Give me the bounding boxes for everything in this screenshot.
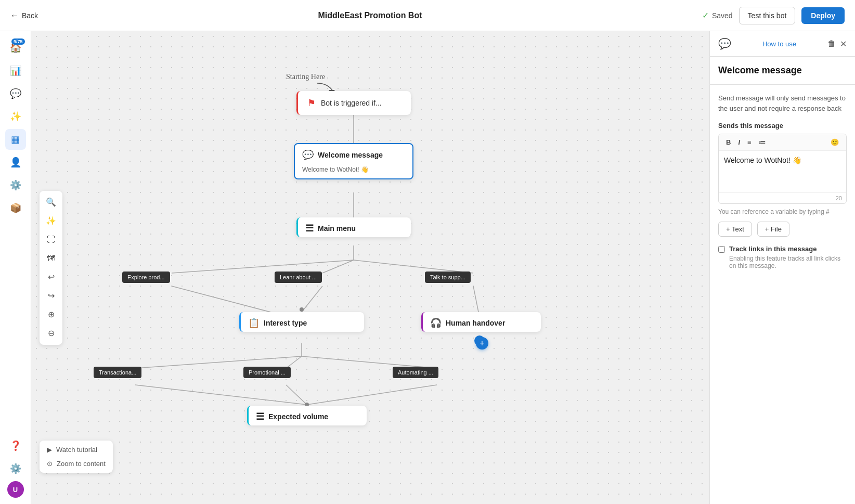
sidebar-bottom: ❓ ⚙️ U xyxy=(5,435,26,498)
panel-actions: 🗑 ✕ xyxy=(827,39,847,49)
sidebar-item-settings[interactable]: ⚙️ xyxy=(5,458,26,479)
trigger-node[interactable]: ⚑ Bot is triggered if... xyxy=(296,91,411,115)
how-to-use-link[interactable]: How to use xyxy=(762,40,796,48)
trigger-icon: ⚑ xyxy=(307,97,316,109)
ordered-list-button[interactable]: ≔ xyxy=(757,137,768,147)
canvas-area[interactable]: Starting Here ⚑ Bot is triggered if... 💬… xyxy=(31,31,709,504)
panel-close-button[interactable]: ✕ xyxy=(840,39,847,49)
editor-content[interactable]: Welcome to WotNot! 👋 xyxy=(719,151,846,192)
zoom-icon: ⊙ xyxy=(47,460,53,468)
zoom-out-button[interactable]: ⊖ xyxy=(43,325,59,342)
integrations-icon: ⚙️ xyxy=(10,179,21,191)
interest-type-header: 📋 Interest type xyxy=(241,312,364,332)
analytics-icon: 📊 xyxy=(10,65,21,76)
expected-volume-header: ☰ Expected volume xyxy=(249,406,367,425)
packages-icon: 📦 xyxy=(10,202,21,214)
track-links-section: Track links in this message Enabling thi… xyxy=(718,245,847,269)
track-links-checkbox[interactable] xyxy=(718,246,725,253)
watch-tutorial-label: Watch tutorial xyxy=(56,446,97,454)
promotional-branch-label[interactable]: Promotional ... xyxy=(243,367,291,378)
contacts-icon: 👤 xyxy=(10,157,21,168)
test-bot-button[interactable]: Test this bot xyxy=(739,7,796,24)
header-right: ✓ Saved Test this bot Deploy xyxy=(702,7,845,24)
back-button[interactable]: ← Back xyxy=(10,11,38,20)
learn-branch-label[interactable]: Leanr about ... xyxy=(275,272,322,283)
right-panel-title: Welcome message xyxy=(710,57,855,85)
svg-point-9 xyxy=(300,307,304,312)
welcome-node-body: Welcome to WotNot! 👋 xyxy=(295,164,412,178)
avatar-initial: U xyxy=(13,486,18,494)
saved-label: Saved xyxy=(712,11,733,20)
automating-branch-label[interactable]: Automating ... xyxy=(393,367,438,378)
emoji-button[interactable]: 🙂 xyxy=(828,137,841,147)
add-buttons: + Text + File xyxy=(718,222,847,237)
menu-icon: ☰ xyxy=(305,223,314,234)
header: ← Back MiddleEast Promotion Bot ✓ Saved … xyxy=(0,0,855,31)
right-panel: 💬 How to use 🗑 ✕ Welcome message Send me… xyxy=(709,31,855,504)
map-button[interactable]: 🗺 xyxy=(43,250,59,267)
play-icon: ▶ xyxy=(47,446,52,454)
track-links-label: Track links in this message xyxy=(729,245,847,253)
add-text-button[interactable]: + Text xyxy=(718,222,752,237)
main-layout: 🏠 9/75 📊 💬 ✨ ▦ 👤 ⚙️ 📦 ❓ ⚙️ xyxy=(0,31,855,504)
search-button[interactable]: 🔍 xyxy=(43,194,59,211)
redo-button[interactable]: ↪ xyxy=(43,288,59,304)
message-editor: B I ≡ ≔ 🙂 Welcome to WotNot! 👋 20 xyxy=(718,134,847,204)
sidebar-item-packages[interactable]: 📦 xyxy=(5,198,26,218)
welcome-message-node[interactable]: 💬 Welcome message Welcome to WotNot! 👋 xyxy=(294,143,413,179)
svg-line-3 xyxy=(172,260,354,273)
right-panel-body: Send message will only send messages to … xyxy=(710,85,855,504)
human-handover-header: 🎧 Human handover xyxy=(423,312,541,332)
starting-here-label: Starting Here xyxy=(286,73,325,81)
main-menu-header: ☰ Main menu xyxy=(298,217,411,237)
right-panel-header: 💬 How to use 🗑 ✕ xyxy=(710,31,855,57)
expected-volume-icon: ☰ xyxy=(256,411,264,422)
magic-button[interactable]: ✨ xyxy=(43,213,59,229)
deploy-button[interactable]: Deploy xyxy=(801,7,845,24)
expected-volume-label: Expected volume xyxy=(268,412,328,421)
bold-button[interactable]: B xyxy=(724,137,733,147)
undo-button[interactable]: ↩ xyxy=(43,269,59,286)
user-avatar[interactable]: U xyxy=(7,481,24,498)
add-file-button[interactable]: + File xyxy=(757,222,789,237)
transactional-branch-label[interactable]: Transactiona... xyxy=(94,367,141,378)
main-menu-node[interactable]: ☰ Main menu xyxy=(296,217,411,237)
variable-hint: You can reference a variable by typing # xyxy=(718,208,847,215)
char-count: 20 xyxy=(836,195,842,201)
expand-button[interactable]: ⛶ xyxy=(43,231,59,248)
track-links-content: Track links in this message Enabling thi… xyxy=(729,245,847,269)
human-handover-icon: 🎧 xyxy=(430,317,442,329)
back-icon: ← xyxy=(10,11,19,20)
panel-chat-icon: 💬 xyxy=(718,37,731,50)
sidebar-item-conversations[interactable]: 💬 xyxy=(5,83,26,104)
explore-branch-label[interactable]: Explore prod... xyxy=(122,272,170,283)
welcome-node-icon: 💬 xyxy=(302,149,314,161)
sidebar-item-contacts[interactable]: 👤 xyxy=(5,152,26,173)
interest-type-node[interactable]: 📋 Interest type xyxy=(239,312,364,332)
sidebar-item-ai[interactable]: ✨ xyxy=(5,106,26,127)
unordered-list-button[interactable]: ≡ xyxy=(745,137,754,147)
support-branch-label[interactable]: Talk to supp... xyxy=(425,272,471,283)
interest-type-label: Interest type xyxy=(264,319,307,327)
human-handover-add-button[interactable]: + xyxy=(476,337,488,350)
saved-check-icon: ✓ xyxy=(702,10,709,20)
panel-delete-button[interactable]: 🗑 xyxy=(827,39,836,48)
human-handover-node[interactable]: 🎧 Human handover xyxy=(421,312,541,332)
sidebar-item-flow[interactable]: ▦ xyxy=(5,129,26,150)
settings-icon: ⚙️ xyxy=(10,463,21,474)
watch-tutorial-item[interactable]: ▶ Watch tutorial xyxy=(43,444,110,456)
sidebar-item-home[interactable]: 🏠 9/75 xyxy=(5,37,26,58)
expected-volume-node[interactable]: ☰ Expected volume xyxy=(247,406,367,425)
sidebar-item-analytics[interactable]: 📊 xyxy=(5,60,26,81)
italic-button[interactable]: I xyxy=(736,137,742,147)
left-sidebar: 🏠 9/75 📊 💬 ✨ ▦ 👤 ⚙️ 📦 ❓ ⚙️ xyxy=(0,31,31,504)
flow-icon: ▦ xyxy=(11,134,20,145)
zoom-to-content-item[interactable]: ⊙ Zoom to content xyxy=(43,458,110,470)
sidebar-item-integrations[interactable]: ⚙️ xyxy=(5,175,26,196)
zoom-in-button[interactable]: ⊕ xyxy=(43,306,59,323)
svg-line-16 xyxy=(307,385,437,405)
human-handover-label: Human handover xyxy=(446,319,505,327)
sidebar-item-help[interactable]: ❓ xyxy=(5,435,26,456)
editor-footer: 20 xyxy=(719,192,846,203)
back-label: Back xyxy=(22,11,38,20)
